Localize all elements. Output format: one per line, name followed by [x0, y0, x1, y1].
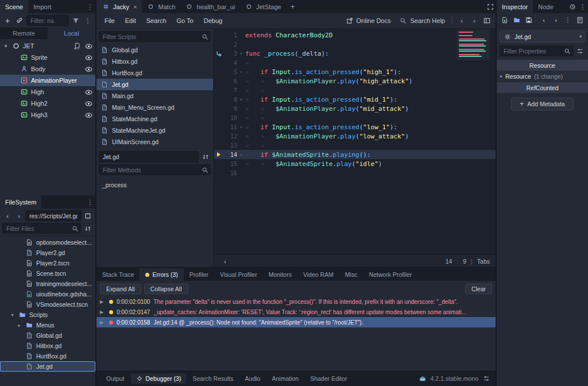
- debugger-tab-video-ram[interactable]: Video RAM: [297, 268, 339, 281]
- debugger-tab-profiler[interactable]: Profiler: [184, 268, 214, 281]
- resource-path-field[interactable]: [25, 210, 82, 221]
- script-list-item[interactable]: UIMainScreen.gd: [96, 136, 213, 148]
- version-label[interactable]: 4.2.1.stable.mono: [431, 375, 478, 382]
- scene-tab-Match[interactable]: Match: [142, 0, 180, 13]
- object-history-icon[interactable]: [567, 2, 578, 12]
- filter-scripts-input[interactable]: [99, 31, 211, 42]
- fold-arrow-icon[interactable]: ▾: [237, 70, 245, 75]
- resource-menu-dots-icon[interactable]: ⋮: [563, 15, 573, 25]
- code-line-6[interactable]: 6» » $AnimationPlayer.play("high_attack"…: [214, 76, 496, 86]
- save-resource-button[interactable]: [524, 15, 534, 25]
- menu-search[interactable]: Search: [142, 16, 171, 26]
- fold-arrow-icon[interactable]: ▾: [237, 97, 245, 102]
- scene-toolbar-menu-dots-icon[interactable]: ⋮: [83, 16, 93, 26]
- script-list-item[interactable]: Global.gd: [96, 44, 213, 56]
- edited-resource-dropdown[interactable]: Jet.gd ▾: [500, 30, 585, 43]
- code-line-4[interactable]: 4»: [214, 58, 496, 67]
- sort-files-button[interactable]: [83, 223, 93, 234]
- breakpoint-gutter[interactable]: [214, 51, 223, 57]
- expand-arrow-icon[interactable]: ▶: [100, 310, 106, 315]
- scene-tab-JetStage[interactable]: JetStage: [239, 0, 285, 13]
- visibility-eye-icon[interactable]: [84, 87, 93, 96]
- current-script-dropdown[interactable]: Jet.gd: [99, 151, 199, 163]
- tab-scene[interactable]: Scene: [0, 0, 28, 13]
- code-line-16[interactable]: 16: [214, 168, 496, 177]
- history-back-button[interactable]: ‹: [2, 211, 13, 221]
- filesystem-item[interactable]: Global.gd: [0, 330, 95, 341]
- filter-funnel-icon[interactable]: [71, 16, 81, 26]
- error-row[interactable]: ▶0:00:02:0147_update_caches: AnimationMi…: [96, 307, 496, 317]
- filesystem-item[interactable]: Scene.tscn: [0, 268, 95, 279]
- online-docs-button[interactable]: Online Docs: [342, 16, 394, 25]
- filter-files-input[interactable]: [2, 223, 81, 234]
- code-line-14[interactable]: 14▾» if $AnimatedSprite.playing():: [214, 150, 496, 159]
- filesystem-item[interactable]: ▾Scripts: [0, 310, 95, 320]
- tab-filesystem[interactable]: FileSystem: [0, 195, 41, 209]
- bottom-tab-shader-editor[interactable]: Shader Editor: [305, 373, 352, 384]
- scene-tree-item[interactable]: AnimationPlayer: [0, 75, 95, 86]
- tab-inspector[interactable]: Inspector: [497, 0, 533, 13]
- scene-tree-item[interactable]: Sprite: [0, 52, 95, 63]
- distraction-free-mode-button[interactable]: [485, 2, 496, 12]
- filesystem-item[interactable]: ▸Menus: [0, 320, 95, 330]
- minimap[interactable]: [457, 30, 490, 60]
- menu-debug[interactable]: Debug: [199, 16, 227, 26]
- expand-arrow-icon[interactable]: ▶: [100, 299, 106, 304]
- script-list-item[interactable]: Jet.gd: [96, 79, 213, 90]
- clear-button[interactable]: Clear: [465, 284, 492, 294]
- toggle-scripts-panel-button[interactable]: [482, 16, 492, 26]
- tab-node[interactable]: Node: [533, 0, 558, 13]
- debugger-tab-misc[interactable]: Misc: [339, 268, 363, 281]
- indent-mode[interactable]: Tabs: [477, 258, 490, 265]
- expander-icon[interactable]: ▾: [9, 312, 16, 318]
- breakpoint-gutter[interactable]: [214, 152, 223, 157]
- script-list-item[interactable]: Main_Menu_Screen.gd: [96, 102, 213, 113]
- scroll-left-arrow[interactable]: ‹: [220, 256, 230, 267]
- scene-tree-item[interactable]: ▾JET: [0, 40, 95, 52]
- visibility-eye-icon[interactable]: [84, 64, 93, 74]
- property-filter-options-button[interactable]: [575, 46, 585, 56]
- inspector-group-resource[interactable]: ▸Resource(1 change): [497, 71, 588, 82]
- edit-prev-object-button[interactable]: ‹: [539, 15, 549, 25]
- code-line-12[interactable]: 12» » $AnimationPlayer.play("low_attack"…: [214, 132, 496, 141]
- tab-remote[interactable]: Remote: [0, 28, 48, 39]
- filter-nodes-input[interactable]: [26, 15, 69, 26]
- load-resource-button[interactable]: [512, 15, 522, 25]
- expand-arrow-icon[interactable]: ▶: [100, 320, 106, 325]
- edit-next-object-button[interactable]: ›: [551, 15, 561, 25]
- menu-go-to[interactable]: Go To: [172, 16, 198, 26]
- scene-tab-Jacky[interactable]: Jacky×: [96, 0, 142, 13]
- panel-options-icon[interactable]: [482, 374, 491, 383]
- script-list-item[interactable]: Main.gd: [96, 90, 213, 102]
- filesystem-item[interactable]: optionsmodeselect...: [0, 237, 95, 248]
- code-line-10[interactable]: 10» »: [214, 113, 496, 122]
- code-line-11[interactable]: 11▾» if Input.is_action_pressed("low_1")…: [214, 122, 496, 132]
- script-list-item[interactable]: HurtBox.gd: [96, 67, 213, 79]
- visibility-eye-icon[interactable]: [84, 53, 93, 62]
- scene-tree-item[interactable]: High: [0, 86, 95, 98]
- filter-properties-input[interactable]: [500, 45, 573, 56]
- filesystem-item[interactable]: VSmodeselect.tscn: [0, 299, 95, 310]
- filesystem-menu-dots-icon[interactable]: ⋮: [85, 197, 95, 207]
- script-history-forward-button[interactable]: ›: [469, 16, 479, 26]
- visibility-eye-icon[interactable]: [84, 99, 93, 108]
- sort-methods-button[interactable]: [200, 152, 211, 162]
- fold-arrow-icon[interactable]: ▾: [237, 125, 245, 130]
- error-row[interactable]: ▶0:00:02:0100The parameter "delta" is ne…: [96, 296, 496, 307]
- scene-dock-menu-dots-icon[interactable]: ⋮: [85, 2, 95, 12]
- fold-arrow-icon[interactable]: ▾: [237, 152, 245, 157]
- add-metadata-button[interactable]: + Add Metadata: [511, 98, 573, 110]
- new-resource-button[interactable]: [500, 15, 510, 25]
- debugger-tab-visual-profiler[interactable]: Visual Profiler: [214, 268, 263, 281]
- method-list-item[interactable]: _process: [96, 180, 213, 190]
- close-tab-icon[interactable]: ×: [133, 3, 137, 10]
- expand-all-button[interactable]: Expand All: [100, 284, 141, 294]
- script-list-item[interactable]: StateMachineJet.gd: [96, 125, 213, 136]
- debugger-tab-errors-3-[interactable]: Errors (3): [140, 268, 183, 281]
- code-line-13[interactable]: 13» »: [214, 141, 496, 150]
- code-line-3[interactable]: 3▾func _process(_delta):: [214, 49, 496, 58]
- history-forward-button[interactable]: ›: [14, 211, 24, 221]
- scene-tree-item[interactable]: High2: [0, 98, 95, 109]
- debugger-tab-monitors[interactable]: Monitors: [263, 268, 297, 281]
- visibility-eye-icon[interactable]: [84, 41, 93, 51]
